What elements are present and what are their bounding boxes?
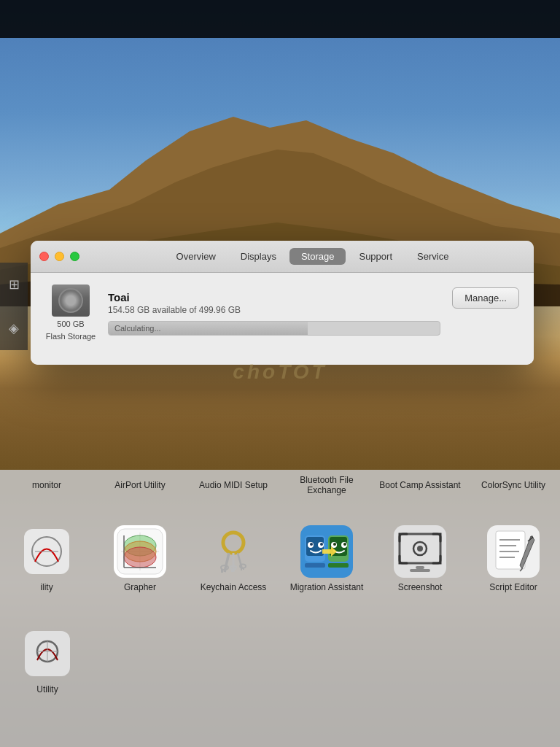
bluetooth-label: Bluetooth File Exchange xyxy=(283,475,370,495)
progress-bar-container: Calculating... xyxy=(108,321,440,336)
app-grid-middle-row: ility Grapher xyxy=(0,511,560,605)
keychain-label: Keychain Access xyxy=(201,582,267,592)
scripteditor-label: Script Editor xyxy=(489,582,537,592)
tab-overview[interactable]: Overview xyxy=(165,248,228,265)
midi-label: Audio MIDI Setup xyxy=(199,480,268,490)
tab-displays[interactable]: Displays xyxy=(229,248,288,265)
disk-type-label: Flash Storage xyxy=(46,332,96,341)
app-item-migration[interactable]: Migration Assistant xyxy=(280,522,373,595)
app-item-midi[interactable]: Audio MIDI Setup xyxy=(187,479,280,492)
scripteditor-icon xyxy=(487,525,540,578)
app-item-grapher[interactable]: Grapher xyxy=(93,522,187,595)
tab-support[interactable]: Support xyxy=(347,248,404,265)
svg-rect-44 xyxy=(305,563,325,568)
app-item-monitor[interactable]: monitor xyxy=(0,479,93,492)
progress-label: Calculating... xyxy=(114,324,161,333)
menu-bar xyxy=(0,0,560,38)
storage-info: Toai 154.58 GB available of 499.96 GB Ca… xyxy=(108,291,440,336)
utility-icon xyxy=(20,525,73,578)
app-grid-top-row: monitor AirPort Utility Audio MIDI Setup… xyxy=(0,467,560,503)
system-info-window: Overview Displays Storage Support Servic… xyxy=(31,241,534,365)
app-item-bluetooth[interactable]: Bluetooth File Exchange xyxy=(280,473,373,497)
svg-point-35 xyxy=(310,543,313,546)
edge-icon-2[interactable]: ◈ xyxy=(0,306,28,350)
minimize-button[interactable] xyxy=(55,252,64,261)
storage-available-text: 154.58 GB available of 499.96 GB xyxy=(108,305,440,315)
close-button[interactable] xyxy=(39,252,49,261)
svg-rect-24 xyxy=(231,569,233,572)
svg-rect-45 xyxy=(328,563,349,568)
svg-point-17 xyxy=(223,533,244,553)
migration-label: Migration Assistant xyxy=(290,582,364,592)
hdd-container: 500 GB Flash Storage xyxy=(45,285,96,341)
svg-rect-50 xyxy=(416,566,424,569)
screenshot-label: Screenshot xyxy=(398,582,443,592)
grapher-icon xyxy=(114,525,166,578)
svg-rect-29 xyxy=(243,568,244,570)
maximize-button[interactable] xyxy=(70,252,79,261)
svg-point-41 xyxy=(333,543,336,546)
window-titlebar: Overview Displays Storage Support Servic… xyxy=(31,241,534,273)
edge-icon-1[interactable]: ⊞ xyxy=(0,263,28,306)
svg-point-49 xyxy=(417,546,423,551)
tab-storage[interactable]: Storage xyxy=(289,248,346,265)
svg-rect-20 xyxy=(221,569,223,573)
tab-bar: Overview Displays Storage Support Servic… xyxy=(150,248,461,265)
disk-size-label: 500 GB xyxy=(57,320,84,329)
app-item-keychain[interactable]: Keychain Access xyxy=(187,522,280,595)
grapher-label: Grapher xyxy=(124,582,156,592)
app-item-scripteditor[interactable]: Script Editor xyxy=(467,522,560,595)
tab-service[interactable]: Service xyxy=(405,248,460,265)
utility-label: ility xyxy=(40,582,52,592)
disk-name: Toai xyxy=(108,291,440,303)
utility-bottom-label: Utility xyxy=(36,684,58,694)
app-item-utility[interactable]: ility xyxy=(0,522,93,595)
hdd-icon xyxy=(52,285,90,317)
app-item-utility-bottom[interactable]: Utility xyxy=(0,624,95,697)
bootcamp-label: Boot Camp Assistant xyxy=(379,480,460,490)
svg-rect-25 xyxy=(233,569,235,571)
utility-bottom-icon xyxy=(21,627,74,680)
storage-row: 500 GB Flash Storage Toai 154.58 GB avai… xyxy=(45,285,519,341)
svg-point-14 xyxy=(124,547,156,568)
app-grid-bottom-row: Utility xyxy=(0,613,560,700)
keychain-icon xyxy=(207,525,260,578)
screenshot-icon xyxy=(394,525,446,578)
monitor-label: monitor xyxy=(32,480,61,490)
svg-point-36 xyxy=(320,543,323,546)
manage-button[interactable]: Manage... xyxy=(452,287,519,309)
window-content: 500 GB Flash Storage Toai 154.58 GB avai… xyxy=(31,273,534,365)
app-item-colorsync[interactable]: ColorSync Utility xyxy=(467,479,560,492)
airport-label: AirPort Utility xyxy=(114,480,165,490)
app-item-screenshot[interactable]: Screenshot xyxy=(373,522,467,595)
colorsync-label: ColorSync Utility xyxy=(481,480,545,490)
app-item-bootcamp[interactable]: Boot Camp Assistant xyxy=(373,479,467,492)
svg-rect-28 xyxy=(241,568,242,570)
app-item-airport[interactable]: AirPort Utility xyxy=(93,479,187,492)
migration-icon xyxy=(300,525,353,578)
svg-rect-21 xyxy=(224,569,226,572)
svg-rect-51 xyxy=(410,569,430,572)
left-edge-panel: ⊞ ◈ xyxy=(0,263,28,350)
svg-point-42 xyxy=(343,543,346,546)
